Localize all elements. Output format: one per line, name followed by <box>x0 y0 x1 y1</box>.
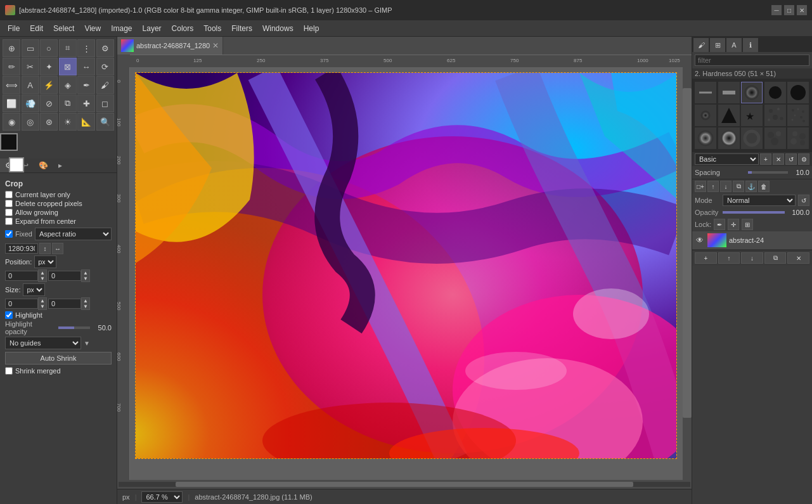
tool-warp[interactable]: ⟳ <box>96 58 114 75</box>
menu-tools[interactable]: Tools <box>198 23 226 34</box>
la-dup-btn[interactable]: ⧉ <box>764 252 787 264</box>
brush-item-9[interactable] <box>764 105 786 126</box>
hscroll-track[interactable] <box>119 482 690 487</box>
brush-item-5[interactable] <box>787 82 809 103</box>
tool-dodge-burn[interactable]: ☀ <box>59 113 77 131</box>
aspect-portrait-button[interactable]: ↕ <box>39 243 51 254</box>
position-y-input[interactable] <box>48 271 81 281</box>
image-tab[interactable]: abstract-2468874_1280 ✕ <box>117 37 223 55</box>
menu-help[interactable]: Help <box>299 23 325 34</box>
tool-text[interactable]: A <box>22 76 39 94</box>
brush-del-btn[interactable]: ✕ <box>773 153 784 165</box>
position-unit-select[interactable]: px mm <box>34 255 56 268</box>
highlight-checkbox[interactable] <box>5 311 13 319</box>
brush-item-2[interactable] <box>718 82 740 103</box>
brush-item-1[interactable] <box>695 82 716 103</box>
aspect-ratio-select[interactable]: Aspect ratio Width Height Size <box>35 228 112 240</box>
lock-pixels-btn[interactable]: ✒ <box>714 219 725 230</box>
tool-color-picker[interactable]: ⊕ <box>3 39 20 57</box>
tool-pencil[interactable]: ✒ <box>77 76 95 94</box>
brush-refresh-btn[interactable]: ↺ <box>785 153 797 165</box>
size-w-input[interactable] <box>5 299 38 309</box>
size-h-down[interactable]: ▼ <box>82 304 89 309</box>
menu-layer[interactable]: Layer <box>138 23 167 34</box>
tool-crop[interactable]: ⊠ <box>59 58 77 75</box>
mode-select[interactable]: Normal Multiply Screen <box>723 195 796 206</box>
la-lower-btn[interactable]: ↓ <box>741 252 763 264</box>
brush-filter-input[interactable] <box>695 55 809 66</box>
allow-growing-checkbox[interactable] <box>5 209 13 216</box>
menu-file[interactable]: File <box>3 23 25 34</box>
rp-tab-patterns[interactable]: ⊞ <box>710 38 725 52</box>
brush-preset-select[interactable]: Basic <box>695 153 759 165</box>
la-del-btn[interactable]: ✕ <box>787 252 809 264</box>
tab-close-icon[interactable]: ✕ <box>212 41 219 50</box>
anchor-layer-btn[interactable]: ⚓ <box>745 181 757 192</box>
tool-transform[interactable]: ↔ <box>77 58 95 75</box>
rp-tab-brushes[interactable]: 🖌 <box>693 38 709 52</box>
tool-ellipse-select[interactable]: ○ <box>40 39 58 57</box>
la-raise-btn[interactable]: ↑ <box>718 252 740 264</box>
size-w-up[interactable]: ▲ <box>39 298 46 304</box>
tool-paths[interactable]: ✦ <box>40 58 58 75</box>
rp-tab-info[interactable]: ℹ <box>743 38 758 52</box>
tool-sharpen[interactable]: ◎ <box>22 113 39 131</box>
tool-by-color[interactable]: ⚙ <box>96 39 114 57</box>
tool-heal[interactable]: ✚ <box>77 94 95 112</box>
brush-settings-btn[interactable]: ⚙ <box>798 153 809 165</box>
brush-new-btn[interactable]: + <box>760 153 771 165</box>
menu-image[interactable]: Image <box>106 23 137 34</box>
raise-layer-btn[interactable]: ↑ <box>707 181 719 192</box>
tool-fuzzy-select[interactable]: ⋮ <box>77 39 95 57</box>
menu-filters[interactable]: Filters <box>226 23 257 34</box>
highlight-opacity-track[interactable] <box>58 326 90 329</box>
lower-layer-btn[interactable]: ↓ <box>720 181 731 192</box>
current-layer-checkbox[interactable] <box>5 191 13 198</box>
brush-item-6[interactable] <box>695 105 716 126</box>
mode-reset-btn[interactable]: ↺ <box>798 195 809 206</box>
tool-measure[interactable]: 📐 <box>77 113 95 131</box>
horizontal-scrollbar[interactable] <box>117 480 692 489</box>
lock-alpha-btn[interactable]: ⊞ <box>742 219 753 230</box>
delete-cropped-checkbox[interactable] <box>5 200 13 207</box>
position-y-down[interactable]: ▼ <box>82 276 89 281</box>
tool-clone[interactable]: ⧉ <box>59 94 77 112</box>
tool-zoom[interactable]: 🔍 <box>96 113 114 131</box>
opacity-track[interactable] <box>723 211 785 214</box>
brush-item-7[interactable] <box>718 105 740 126</box>
size-h-up[interactable]: ▲ <box>82 298 89 304</box>
tool-scissors[interactable]: ✂ <box>22 58 39 75</box>
tab-colors-tab[interactable]: 🎨 <box>34 158 53 172</box>
tool-paintbrush[interactable]: 🖌 <box>96 76 114 94</box>
fixed-checkbox[interactable] <box>5 230 13 238</box>
layer-visibility-icon[interactable]: 👁 <box>695 235 705 245</box>
tool-bucket-fill[interactable]: ⚡ <box>40 76 58 94</box>
menu-edit[interactable]: Edit <box>25 23 48 34</box>
brush-item-15[interactable] <box>787 127 809 149</box>
del-layer-btn[interactable]: 🗑 <box>758 181 770 192</box>
maximize-button[interactable]: □ <box>784 5 794 15</box>
window-controls[interactable]: ─ □ ✕ <box>771 5 807 15</box>
la-new-btn[interactable]: + <box>695 252 717 264</box>
guides-select[interactable]: No guides Center lines Rule of thirds <box>5 337 81 349</box>
spacing-track[interactable] <box>748 171 788 174</box>
new-layer-btn[interactable]: □+ <box>695 181 706 192</box>
position-x-down[interactable]: ▼ <box>39 276 46 281</box>
background-color[interactable] <box>9 157 24 172</box>
dup-layer-btn[interactable]: ⧉ <box>733 181 744 192</box>
canvas-viewport[interactable] <box>130 67 692 480</box>
tool-ink[interactable]: ⊘ <box>40 94 58 112</box>
zoom-select[interactable]: 66.7 % 100 % 50 % 25 % <box>141 491 183 503</box>
expand-from-center-checkbox[interactable] <box>5 217 13 225</box>
brush-item-3-selected[interactable] <box>741 82 763 103</box>
lock-position-btn[interactable]: ✛ <box>728 219 739 230</box>
size-unit-select[interactable]: px mm <box>23 283 45 296</box>
size-w-down[interactable]: ▼ <box>39 304 46 309</box>
position-x-up[interactable]: ▲ <box>39 270 46 276</box>
minimize-button[interactable]: ─ <box>771 5 782 15</box>
menu-colors[interactable]: Colors <box>167 23 199 34</box>
aspect-value-input[interactable] <box>5 243 38 254</box>
brush-item-12[interactable] <box>718 127 740 149</box>
vertical-scrollbar[interactable] <box>683 67 692 480</box>
brush-item-11[interactable] <box>695 127 716 149</box>
